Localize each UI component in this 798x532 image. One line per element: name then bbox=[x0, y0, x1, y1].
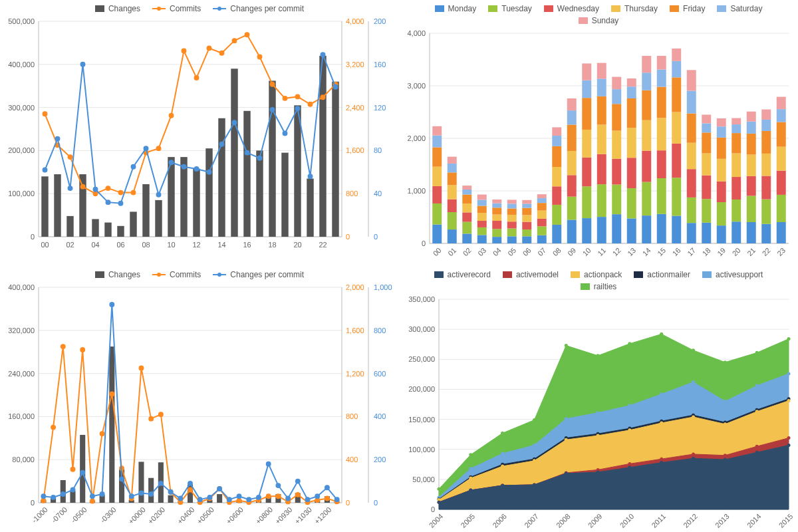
svg-text:16: 16 bbox=[243, 241, 251, 249]
legend-item[interactable]: activemodel bbox=[503, 270, 559, 279]
legend-item[interactable]: Monday bbox=[435, 4, 477, 13]
legend-label: Friday bbox=[683, 4, 705, 13]
point bbox=[295, 94, 299, 98]
point bbox=[334, 497, 338, 501]
legend-swatch bbox=[435, 5, 444, 12]
bar-seg bbox=[747, 134, 756, 155]
point bbox=[325, 485, 329, 489]
point bbox=[755, 384, 759, 388]
point bbox=[51, 495, 55, 499]
legend-label: Wednesday bbox=[557, 4, 599, 13]
point bbox=[724, 360, 727, 364]
bar-seg bbox=[657, 70, 666, 87]
point bbox=[130, 494, 134, 498]
bar-seg bbox=[448, 229, 457, 243]
point bbox=[787, 337, 791, 340]
bar-seg bbox=[717, 138, 726, 159]
bar-seg bbox=[522, 208, 531, 215]
bar-seg bbox=[627, 98, 636, 128]
legend-item[interactable]: actionpack bbox=[571, 270, 622, 279]
svg-text:17: 17 bbox=[686, 246, 697, 257]
svg-text:4,000: 4,000 bbox=[346, 17, 364, 25]
legend-item[interactable]: Wednesday bbox=[544, 4, 599, 13]
svg-text:800: 800 bbox=[346, 190, 358, 198]
point bbox=[194, 167, 198, 171]
point bbox=[565, 344, 568, 347]
point bbox=[257, 156, 261, 160]
point bbox=[41, 494, 45, 498]
legend-item[interactable]: Commits bbox=[152, 270, 201, 279]
point bbox=[227, 497, 231, 501]
point bbox=[245, 33, 249, 37]
point bbox=[597, 411, 600, 414]
point bbox=[308, 102, 312, 106]
point bbox=[565, 471, 568, 475]
bar bbox=[332, 82, 338, 237]
svg-text:+0930: +0930 bbox=[273, 505, 293, 525]
bar-seg bbox=[597, 184, 606, 217]
bar-seg bbox=[477, 195, 487, 200]
point bbox=[266, 494, 270, 498]
svg-text:+0800: +0800 bbox=[254, 505, 274, 525]
bar-seg bbox=[687, 143, 696, 170]
point bbox=[283, 96, 287, 100]
point bbox=[628, 462, 631, 466]
point bbox=[533, 483, 536, 486]
legend-item[interactable]: railties bbox=[581, 282, 617, 291]
bar-seg bbox=[747, 176, 756, 196]
svg-text:2,000: 2,000 bbox=[407, 134, 426, 142]
point bbox=[182, 49, 186, 53]
legend-item[interactable]: Commits bbox=[152, 4, 201, 13]
legend-item[interactable]: Tuesday bbox=[488, 4, 532, 13]
bar-seg bbox=[567, 175, 577, 196]
bar-seg bbox=[702, 132, 711, 153]
bar-seg bbox=[672, 178, 681, 215]
point bbox=[182, 165, 186, 169]
svg-text:08: 08 bbox=[142, 241, 150, 249]
legend-label: railties bbox=[594, 282, 617, 291]
svg-text:400,000: 400,000 bbox=[8, 283, 35, 291]
bar-seg bbox=[432, 225, 442, 243]
legend-item[interactable]: Changes bbox=[95, 270, 140, 279]
bar bbox=[231, 68, 237, 237]
legend-swatch bbox=[213, 271, 226, 278]
svg-text:10: 10 bbox=[581, 246, 593, 257]
bar bbox=[117, 226, 124, 237]
point bbox=[321, 53, 325, 57]
legend-item[interactable]: activesupport bbox=[702, 270, 763, 279]
bar-seg bbox=[537, 198, 547, 203]
legend: ChangesCommitsChanges per commit bbox=[0, 266, 399, 281]
bar-seg bbox=[477, 227, 487, 235]
bar-seg bbox=[462, 186, 471, 190]
legend-item[interactable]: Friday bbox=[670, 4, 705, 13]
svg-text:+0000: +0000 bbox=[127, 505, 147, 525]
legend-label: Tuesday bbox=[501, 4, 532, 13]
legend-item[interactable]: Sunday bbox=[579, 16, 619, 25]
svg-text:800: 800 bbox=[346, 412, 358, 420]
svg-text:-0500: -0500 bbox=[69, 505, 88, 524]
legend-item[interactable]: Changes per commit bbox=[213, 270, 304, 279]
legend-label: actionmailer bbox=[647, 270, 690, 279]
svg-text:00: 00 bbox=[41, 241, 49, 249]
bar-seg bbox=[462, 195, 471, 203]
legend-item[interactable]: Changes bbox=[95, 4, 140, 13]
legend-item[interactable]: Changes per commit bbox=[213, 4, 304, 13]
bar-seg bbox=[702, 199, 711, 223]
bar-seg bbox=[687, 169, 696, 198]
bar-seg bbox=[507, 236, 517, 243]
legend-item[interactable]: activerecord bbox=[434, 270, 491, 279]
legend-item[interactable]: actionmailer bbox=[634, 270, 690, 279]
point bbox=[501, 432, 504, 435]
svg-text:160,000: 160,000 bbox=[8, 412, 35, 420]
svg-text:12: 12 bbox=[611, 246, 622, 257]
bar-seg bbox=[567, 124, 577, 151]
legend-item[interactable]: Thursday bbox=[611, 4, 658, 13]
legend: activerecordactivemodelactionpackactionm… bbox=[399, 266, 798, 293]
svg-text:0: 0 bbox=[31, 233, 35, 241]
bar-seg bbox=[597, 154, 606, 184]
bar-seg bbox=[552, 186, 561, 205]
bar-seg bbox=[582, 218, 591, 243]
legend-item[interactable]: Saturday bbox=[717, 4, 762, 13]
bar-seg bbox=[612, 131, 621, 159]
bar-seg bbox=[582, 130, 591, 158]
